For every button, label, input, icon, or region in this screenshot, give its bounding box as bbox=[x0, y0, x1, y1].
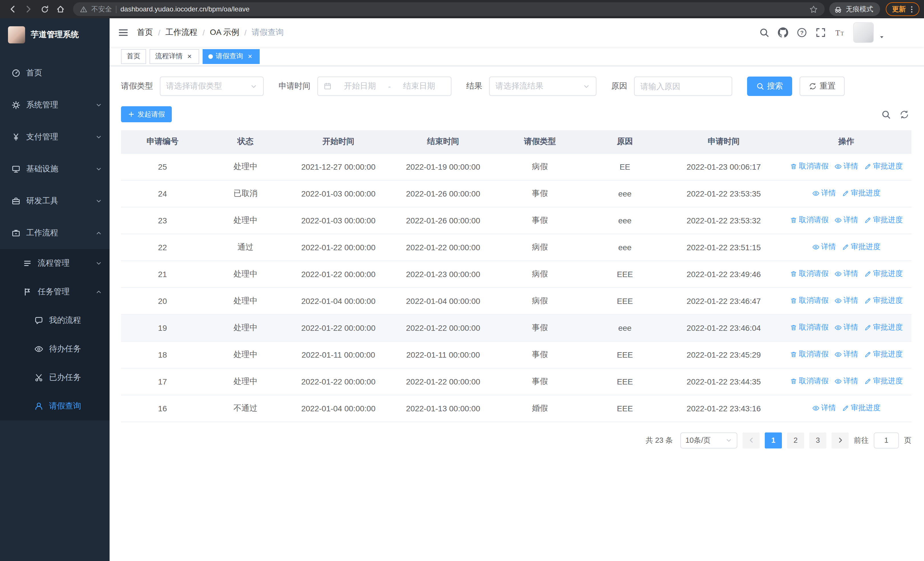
sidebar-item-system-management[interactable]: 系统管理 bbox=[0, 89, 110, 121]
app-logo[interactable]: 芋道管理系统 bbox=[0, 18, 110, 51]
action-progress-link[interactable]: 审批进度 bbox=[864, 296, 903, 306]
page-button-2[interactable]: 2 bbox=[787, 432, 804, 448]
page-size-select[interactable]: 10条/页 bbox=[680, 432, 737, 448]
action-detail-link[interactable]: 详情 bbox=[834, 322, 858, 333]
sidebar-item-dev-tools[interactable]: 研发工具 bbox=[0, 185, 110, 217]
action-detail-link[interactable]: 详情 bbox=[834, 376, 858, 387]
table-row: 25处理中2021-12-27 00:00:002022-01-19 00:00… bbox=[121, 153, 912, 180]
breadcrumb-item[interactable]: 工作流程 bbox=[165, 27, 198, 38]
action-label: 取消请假 bbox=[799, 376, 828, 387]
sidebar-item-done-tasks[interactable]: 已办任务 bbox=[0, 363, 110, 392]
sidebar-item-payment-management[interactable]: 支付管理 bbox=[0, 121, 110, 153]
leave-type-select[interactable]: 请选择请假类型 bbox=[160, 77, 264, 96]
edit-icon bbox=[864, 351, 871, 358]
browser-back-button[interactable] bbox=[4, 1, 21, 17]
sidebar-item-label: 任务管理 bbox=[38, 287, 70, 297]
sidebar-item-task-management[interactable]: 任务管理 bbox=[0, 278, 110, 306]
cell-type: 事假 bbox=[496, 314, 584, 341]
action-detail-link[interactable]: 详情 bbox=[834, 296, 858, 306]
dashboard-icon bbox=[11, 69, 21, 78]
browser-home-button[interactable] bbox=[52, 1, 69, 17]
action-detail-link[interactable]: 详情 bbox=[812, 242, 836, 252]
toggle-search-button[interactable] bbox=[881, 110, 891, 119]
action-cancel-link[interactable]: 取消请假 bbox=[790, 349, 828, 359]
action-progress-link[interactable]: 审批进度 bbox=[842, 188, 880, 199]
gear-icon bbox=[11, 101, 21, 110]
tab-close-icon[interactable]: × bbox=[246, 52, 254, 60]
action-detail-link[interactable]: 详情 bbox=[834, 161, 858, 171]
home-icon bbox=[56, 5, 65, 14]
caret-down-icon[interactable] bbox=[878, 34, 885, 41]
sidebar-item-leave-query[interactable]: 请假查询 bbox=[0, 392, 110, 420]
action-progress-link[interactable]: 审批进度 bbox=[864, 161, 903, 171]
action-progress-link[interactable]: 审批进度 bbox=[842, 403, 880, 413]
user-icon bbox=[34, 402, 44, 411]
table-row: 20处理中2022-01-04 00:00:002022-01-04 00:00… bbox=[121, 287, 912, 314]
browser-menu-button[interactable]: 更新 bbox=[886, 2, 920, 16]
tab-close-icon[interactable]: × bbox=[186, 52, 194, 60]
action-detail-link[interactable]: 详情 bbox=[812, 188, 836, 199]
goto-page-input[interactable] bbox=[874, 432, 899, 448]
reset-button[interactable]: 重置 bbox=[800, 77, 844, 96]
goto-label: 前往 bbox=[854, 435, 868, 445]
help-button[interactable] bbox=[797, 27, 807, 38]
action-detail-link[interactable]: 详情 bbox=[812, 403, 836, 413]
action-progress-link[interactable]: 审批进度 bbox=[864, 376, 903, 387]
font-size-button[interactable] bbox=[834, 27, 844, 38]
eye-icon bbox=[834, 378, 842, 385]
create-leave-button[interactable]: 发起请假 bbox=[121, 106, 172, 122]
action-progress-link[interactable]: 审批进度 bbox=[864, 269, 903, 279]
reason-input[interactable] bbox=[634, 77, 732, 96]
address-bar[interactable]: 不安全 dashboard.yudao.iocoder.cn/bpm/oa/le… bbox=[73, 2, 825, 16]
tab-leave-query[interactable]: 请假查询× bbox=[202, 49, 260, 64]
infra-icon bbox=[11, 164, 21, 174]
action-progress-link[interactable]: 审批进度 bbox=[864, 215, 903, 226]
browser-reload-button[interactable] bbox=[36, 1, 52, 17]
sidebar-item-infrastructure[interactable]: 基础设施 bbox=[0, 153, 110, 185]
github-link[interactable] bbox=[778, 27, 788, 38]
cell-reason: EEE bbox=[583, 368, 666, 395]
header-search-button[interactable] bbox=[759, 27, 770, 38]
breadcrumb-item[interactable]: OA 示例 bbox=[210, 27, 239, 38]
action-progress-link[interactable]: 审批进度 bbox=[864, 349, 903, 359]
tab-process-detail[interactable]: 流程详情× bbox=[150, 49, 199, 64]
action-progress-link[interactable]: 审批进度 bbox=[864, 322, 903, 333]
bookmark-star-icon[interactable] bbox=[809, 5, 818, 14]
next-page-button[interactable] bbox=[831, 432, 849, 448]
refresh-table-button[interactable] bbox=[900, 110, 909, 119]
action-cancel-link[interactable]: 取消请假 bbox=[790, 376, 828, 387]
sidebar-item-workflow[interactable]: 工作流程 bbox=[0, 217, 110, 249]
user-avatar[interactable] bbox=[853, 22, 874, 43]
action-progress-link[interactable]: 审批进度 bbox=[842, 242, 880, 252]
sidebar-item-home[interactable]: 首页 bbox=[0, 57, 110, 89]
apply-time-range-picker[interactable]: 开始日期 - 结束日期 bbox=[317, 77, 452, 96]
top-navbar: 首页/工作流程/OA 示例/请假查询 bbox=[110, 18, 924, 47]
cell-end: 2022-01-13 00:00:00 bbox=[390, 395, 496, 422]
result-select[interactable]: 请选择流结果 bbox=[489, 77, 596, 96]
cell-status: 处理中 bbox=[204, 314, 287, 341]
sidebar-item-label: 工作流程 bbox=[26, 228, 58, 238]
action-detail-link[interactable]: 详情 bbox=[834, 215, 858, 226]
action-cancel-link[interactable]: 取消请假 bbox=[790, 215, 828, 226]
tab-home[interactable]: 首页 bbox=[121, 49, 146, 64]
cell-no: 24 bbox=[121, 180, 204, 207]
action-cancel-link[interactable]: 取消请假 bbox=[790, 322, 828, 333]
action-cancel-link[interactable]: 取消请假 bbox=[790, 161, 828, 171]
page-button-1[interactable]: 1 bbox=[765, 432, 782, 448]
search-button[interactable]: 搜索 bbox=[747, 77, 792, 96]
browser-forward-button[interactable] bbox=[21, 1, 36, 17]
action-cancel-link[interactable]: 取消请假 bbox=[790, 296, 828, 306]
page-button-3[interactable]: 3 bbox=[809, 432, 826, 448]
action-cancel-link[interactable]: 取消请假 bbox=[790, 269, 828, 279]
action-detail-link[interactable]: 详情 bbox=[834, 269, 858, 279]
breadcrumb-item[interactable]: 首页 bbox=[137, 27, 153, 38]
action-detail-link[interactable]: 详情 bbox=[834, 349, 858, 359]
prev-page-button[interactable] bbox=[742, 432, 760, 448]
sidebar-item-process-management[interactable]: 流程管理 bbox=[0, 249, 110, 278]
sidebar-item-todo-tasks[interactable]: 待办任务 bbox=[0, 335, 110, 363]
cell-apply_time: 2022-01-22 23:45:29 bbox=[666, 341, 781, 368]
sidebar-collapse-button[interactable] bbox=[110, 27, 137, 38]
sidebar-item-my-process[interactable]: 我的流程 bbox=[0, 306, 110, 335]
fullscreen-button[interactable] bbox=[816, 27, 826, 38]
submenu-workflow: 流程管理任务管理我的流程待办任务已办任务请假查询 bbox=[0, 249, 110, 420]
